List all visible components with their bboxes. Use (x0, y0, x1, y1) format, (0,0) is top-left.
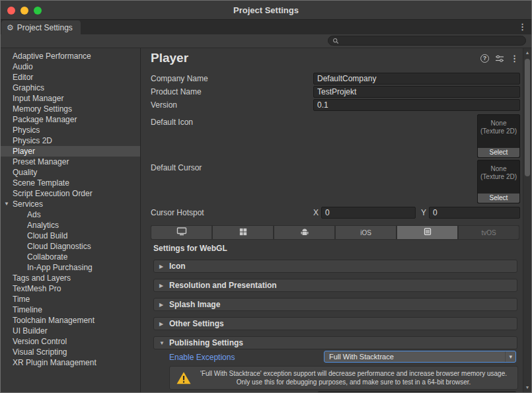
platform-tab-monitor[interactable] (151, 226, 211, 239)
platform-tab-webgl[interactable] (397, 226, 457, 239)
hotspot-x-input[interactable] (321, 207, 416, 219)
section-publishing-settings[interactable]: ▼Publishing Settings (153, 336, 517, 349)
foldout-icon[interactable]: ▼ (4, 199, 9, 209)
sidebar-item-label: Cloud Diagnostics (27, 242, 91, 251)
default-cursor-label: Default Cursor (151, 163, 202, 172)
cursor-hotspot-label: Cursor Hotspot (151, 208, 204, 217)
scrollbar-thumb[interactable] (525, 59, 530, 176)
sidebar-item-label: Quality (13, 168, 37, 177)
sidebar-item-script-execution-order[interactable]: Script Execution Order (1, 188, 140, 199)
sidebar-item-label: Analytics (27, 221, 59, 230)
sidebar-item-label: Audio (13, 62, 33, 71)
default-icon-label: Default Icon (151, 118, 193, 127)
sidebar-item-label: Ads (27, 210, 41, 219)
sidebar-item-ads[interactable]: Ads (1, 209, 140, 220)
platform-tab-windows[interactable] (213, 226, 273, 239)
sidebar-item-player[interactable]: Player (1, 146, 140, 157)
hotspot-y-label: Y (421, 208, 426, 217)
sidebar-item-physics-2d[interactable]: Physics 2D (1, 135, 140, 146)
sidebar-item-label: TextMesh Pro (13, 284, 61, 293)
sidebar-item-label: Package Manager (13, 115, 77, 124)
platform-tab-label: tvOS (481, 229, 496, 236)
sidebar-item-audio[interactable]: Audio (1, 61, 140, 72)
hotspot-y-input[interactable] (429, 207, 520, 219)
sidebar-item-label: Version Control (13, 337, 67, 346)
enable-exceptions-dropdown[interactable]: Full With Stacktrace ▾ (324, 351, 516, 363)
scroll-up-arrow[interactable]: ▲ (523, 49, 531, 57)
content-area: Adaptive PerformanceAudioEditorGraphicsI… (1, 48, 531, 392)
company-name-input[interactable] (313, 73, 520, 85)
warning-icon (176, 371, 192, 385)
sidebar-item-collaborate[interactable]: Collaborate (1, 252, 140, 262)
sidebar-item-xr-plugin-management[interactable]: XR Plugin Management (1, 357, 140, 368)
foldout-icon: ▶ (159, 283, 165, 289)
sidebar-item-label: Memory Settings (13, 104, 72, 114)
platform-tab-ios[interactable]: iOS (336, 226, 396, 239)
sidebar-item-scene-template[interactable]: Scene Template (1, 178, 140, 188)
sidebar-item-textmesh-pro[interactable]: TextMesh Pro (1, 283, 140, 294)
vertical-scrollbar[interactable]: ▲ ▼ (523, 48, 531, 392)
sidebar-item-adaptive-performance[interactable]: Adaptive Performance (1, 51, 140, 61)
windows-icon (239, 227, 247, 238)
sidebar-item-services[interactable]: ▼Services (1, 199, 140, 209)
sidebar-item-editor[interactable]: Editor (1, 72, 140, 83)
sidebar-item-cloud-build[interactable]: Cloud Build (1, 231, 140, 241)
platform-tabbar: iOStvOS (151, 225, 519, 240)
help-icon[interactable]: ? (480, 54, 489, 63)
platform-tab-tvos[interactable]: tvOS (459, 226, 519, 239)
sidebar-item-graphics[interactable]: Graphics (1, 83, 140, 93)
context-menu-icon[interactable]: ⋮ (510, 54, 519, 63)
foldout-icon: ▶ (159, 264, 165, 269)
sidebar-item-timeline[interactable]: Timeline (1, 304, 140, 315)
search-field[interactable] (328, 36, 526, 46)
titlebar: Project Settings (1, 1, 531, 20)
sidebar-item-label: Graphics (13, 83, 44, 92)
default-icon-object-field[interactable]: None (Texture 2D) Select (477, 114, 520, 158)
sidebar-item-time[interactable]: Time (1, 294, 140, 304)
sidebar-item-analytics[interactable]: Analytics (1, 220, 140, 231)
editor-tabstrip: ⚙ Project Settings ⋮ (1, 20, 531, 34)
sidebar-item-version-control[interactable]: Version Control (1, 336, 140, 347)
object-none-label: None (Texture 2D) (478, 120, 519, 135)
default-cursor-select-button[interactable]: Select (478, 194, 519, 203)
project-settings-window: Project Settings ⚙ Project Settings ⋮ Ad… (0, 0, 532, 393)
sidebar-item-visual-scripting[interactable]: Visual Scripting (1, 347, 140, 357)
scroll-down-arrow[interactable]: ▼ (523, 384, 531, 392)
warning-text: 'Full With Stacktrace' exception support… (198, 369, 510, 386)
sidebar-item-in-app-purchasing[interactable]: In-App Purchasing (1, 262, 140, 273)
enable-exceptions-label: Enable Exceptions (169, 353, 235, 362)
default-cursor-object-field[interactable]: None (Texture 2D) Select (477, 160, 520, 203)
presets-icon[interactable] (495, 55, 504, 63)
search-input[interactable] (342, 36, 521, 45)
section-icon[interactable]: ▶Icon (153, 260, 517, 273)
default-icon-select-button[interactable]: Select (478, 148, 519, 157)
tab-project-settings[interactable]: ⚙ Project Settings (1, 20, 81, 34)
section-other-settings[interactable]: ▶Other Settings (153, 317, 517, 330)
sidebar-item-label: UI Builder (13, 326, 48, 336)
product-name-input[interactable] (313, 86, 520, 98)
sidebar-item-memory-settings[interactable]: Memory Settings (1, 104, 140, 114)
sidebar-item-tags-and-layers[interactable]: Tags and Layers (1, 273, 140, 283)
sidebar-item-label: In-App Purchasing (27, 263, 93, 272)
section-label: Publishing Settings (169, 338, 243, 347)
sidebar-item-cloud-diagnostics[interactable]: Cloud Diagnostics (1, 241, 140, 252)
sidebar-list: Adaptive PerformanceAudioEditorGraphicsI… (1, 51, 140, 368)
sidebar-item-toolchain-management[interactable]: Toolchain Management (1, 315, 140, 326)
sidebar-item-quality[interactable]: Quality (1, 167, 140, 178)
sidebar-item-input-manager[interactable]: Input Manager (1, 93, 140, 104)
sidebar-item-package-manager[interactable]: Package Manager (1, 114, 140, 125)
sidebar-item-preset-manager[interactable]: Preset Manager (1, 157, 140, 167)
sidebar-item-label: Physics (13, 125, 40, 135)
section-splash-image[interactable]: ▶Splash Image (153, 298, 517, 311)
version-label: Version (151, 100, 177, 110)
player-settings-panel: Player ? ⋮ Company NameProduct NameVersi… (141, 48, 531, 392)
sidebar-item-ui-builder[interactable]: UI Builder (1, 326, 140, 336)
sidebar-item-physics[interactable]: Physics (1, 125, 140, 135)
exception-warning-box: 'Full With Stacktrace' exception support… (169, 366, 518, 390)
version-input[interactable] (313, 99, 520, 111)
sidebar-item-label: Scene Template (13, 178, 69, 188)
tabstrip-menu-icon[interactable]: ⋮ (518, 22, 527, 32)
section-resolution-and-presentation[interactable]: ▶Resolution and Presentation (153, 279, 517, 292)
header-icons: ? ⋮ (480, 54, 519, 63)
platform-tab-android[interactable] (274, 226, 334, 239)
